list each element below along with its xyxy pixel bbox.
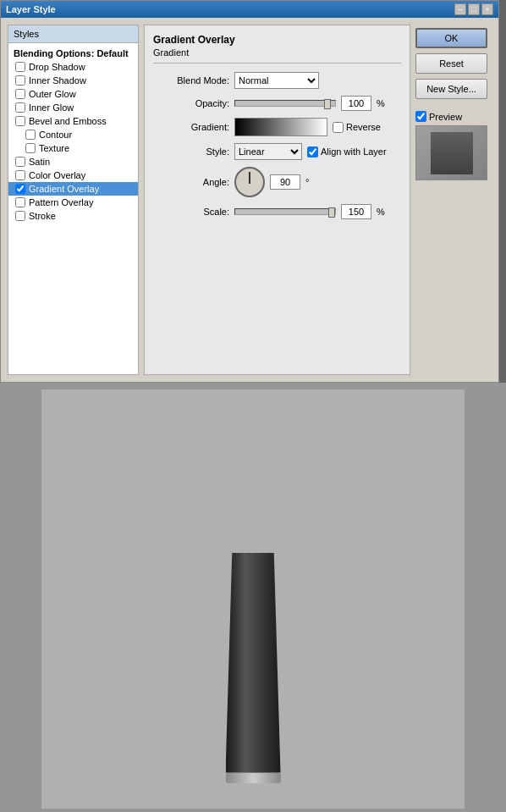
canvas-area — [0, 383, 506, 812]
layer-item-texture[interactable]: Texture — [8, 141, 138, 155]
color-overlay-checkbox[interactable] — [15, 170, 25, 180]
layer-item-drop-shadow[interactable]: Drop Shadow — [8, 60, 138, 74]
gradient-overlay-label: Gradient Overlay — [29, 184, 99, 194]
opacity-label: Opacity: — [153, 98, 229, 108]
blend-mode-select[interactable]: Normal Multiply Screen Overlay — [234, 72, 319, 89]
contour-checkbox[interactable] — [25, 130, 36, 140]
reverse-checkbox[interactable] — [333, 122, 344, 133]
gradient-row: Gradient: Reverse — [153, 118, 401, 136]
styles-header: Styles — [8, 25, 138, 43]
opacity-slider-thumb[interactable] — [324, 99, 331, 109]
opacity-slider[interactable] — [234, 100, 336, 107]
preview-checkbox[interactable] — [415, 111, 426, 122]
texture-label: Texture — [39, 143, 69, 153]
layer-item-inner-glow[interactable]: Inner Glow — [8, 101, 138, 114]
gradient-preview[interactable] — [234, 118, 327, 136]
stroke-checkbox[interactable] — [15, 211, 25, 221]
gradient-label: Gradient: — [153, 122, 229, 132]
opacity-input[interactable] — [341, 96, 371, 111]
bevel-emboss-label: Bevel and Emboss — [29, 116, 107, 126]
blending-options-label: Blending Options: Default — [14, 48, 129, 58]
cup-bottom — [226, 773, 281, 783]
maximize-button[interactable]: □ — [468, 3, 480, 15]
satin-label: Satin — [29, 157, 50, 167]
pattern-overlay-checkbox[interactable] — [15, 197, 25, 207]
buttons-panel: OK Reset New Style... Preview — [415, 25, 492, 375]
gradient-overlay-checkbox[interactable] — [15, 184, 25, 194]
scale-label: Scale: — [153, 207, 229, 217]
drop-shadow-label: Drop Shadow — [29, 62, 85, 72]
satin-checkbox[interactable] — [15, 157, 25, 167]
inner-shadow-checkbox[interactable] — [15, 75, 25, 86]
style-label: Style: — [153, 146, 229, 157]
layer-item-pattern-overlay[interactable]: Pattern Overlay — [8, 196, 138, 209]
left-panel: Styles Blending Options: Default Drop Sh… — [8, 25, 139, 375]
section-subtitle: Gradient — [153, 47, 401, 64]
dialog-content: Styles Blending Options: Default Drop Sh… — [1, 18, 498, 382]
reset-button[interactable]: Reset — [415, 53, 487, 74]
preview-row: Preview — [415, 111, 492, 122]
layer-style-dialog: Layer Style – □ × Styles Blending Option… — [0, 0, 499, 383]
section-title: Gradient Overlay — [153, 34, 401, 46]
dialog-title: Layer Style — [6, 4, 56, 14]
inner-shadow-label: Inner Shadow — [29, 75, 86, 86]
ok-button[interactable]: OK — [415, 28, 487, 48]
layer-item-satin[interactable]: Satin — [8, 155, 138, 168]
layer-item-contour[interactable]: Contour — [8, 128, 138, 141]
preview-label: Preview — [429, 112, 462, 122]
scale-slider[interactable] — [234, 208, 336, 215]
pattern-overlay-label: Pattern Overlay — [29, 197, 93, 207]
minimize-button[interactable]: – — [454, 3, 466, 15]
blending-options-item[interactable]: Blending Options: Default — [8, 47, 138, 60]
texture-checkbox[interactable] — [25, 143, 36, 153]
layer-item-gradient-overlay[interactable]: Gradient Overlay — [8, 182, 138, 196]
color-overlay-label: Color Overlay — [29, 170, 85, 180]
scale-slider-thumb[interactable] — [328, 207, 335, 218]
title-bar: Layer Style – □ × — [1, 1, 498, 18]
preview-inner — [431, 132, 473, 174]
opacity-row: Opacity: % — [153, 96, 401, 111]
layer-item-outer-glow[interactable]: Outer Glow — [8, 87, 138, 101]
inner-glow-label: Inner Glow — [29, 102, 74, 113]
inner-glow-checkbox[interactable] — [15, 102, 25, 113]
style-select[interactable]: Linear Radial Angle Reflected Diamond — [234, 143, 302, 160]
outer-glow-checkbox[interactable] — [15, 89, 25, 99]
new-style-button[interactable]: New Style... — [415, 79, 487, 99]
angle-unit: ° — [305, 177, 309, 187]
layer-item-color-overlay[interactable]: Color Overlay — [8, 168, 138, 182]
angle-needle — [249, 172, 250, 184]
bevel-emboss-checkbox[interactable] — [15, 116, 25, 126]
angle-label: Angle: — [153, 177, 229, 187]
title-bar-buttons: – □ × — [454, 3, 493, 15]
main-panel: Gradient Overlay Gradient Blend Mode: No… — [144, 25, 410, 375]
angle-input[interactable] — [270, 174, 300, 190]
style-row: Style: Linear Radial Angle Reflected Dia… — [153, 143, 401, 160]
align-layer-label: Align with Layer — [307, 146, 387, 157]
cup-shape — [226, 553, 281, 773]
cup-container — [226, 553, 281, 783]
angle-dial[interactable] — [234, 167, 265, 197]
align-layer-checkbox[interactable] — [307, 146, 318, 157]
drop-shadow-checkbox[interactable] — [15, 62, 25, 72]
contour-label: Contour — [39, 130, 72, 140]
stroke-label: Stroke — [29, 211, 56, 221]
scale-input[interactable] — [341, 204, 371, 219]
preview-box — [415, 125, 487, 180]
layer-item-stroke[interactable]: Stroke — [8, 209, 138, 223]
layer-list: Blending Options: Default Drop Shadow In… — [8, 43, 138, 374]
scale-row: Scale: % — [153, 204, 401, 219]
layer-item-bevel-emboss[interactable]: Bevel and Emboss — [8, 114, 138, 128]
canvas-background — [41, 389, 465, 809]
close-button[interactable]: × — [481, 3, 493, 15]
scale-unit: % — [377, 207, 385, 217]
blend-mode-label: Blend Mode: — [153, 75, 229, 86]
outer-glow-label: Outer Glow — [29, 89, 76, 99]
layer-item-inner-shadow[interactable]: Inner Shadow — [8, 74, 138, 87]
reverse-label: Reverse — [333, 122, 381, 133]
opacity-unit: % — [377, 98, 385, 108]
angle-row: Angle: ° — [153, 167, 401, 197]
blend-mode-row: Blend Mode: Normal Multiply Screen Overl… — [153, 72, 401, 89]
